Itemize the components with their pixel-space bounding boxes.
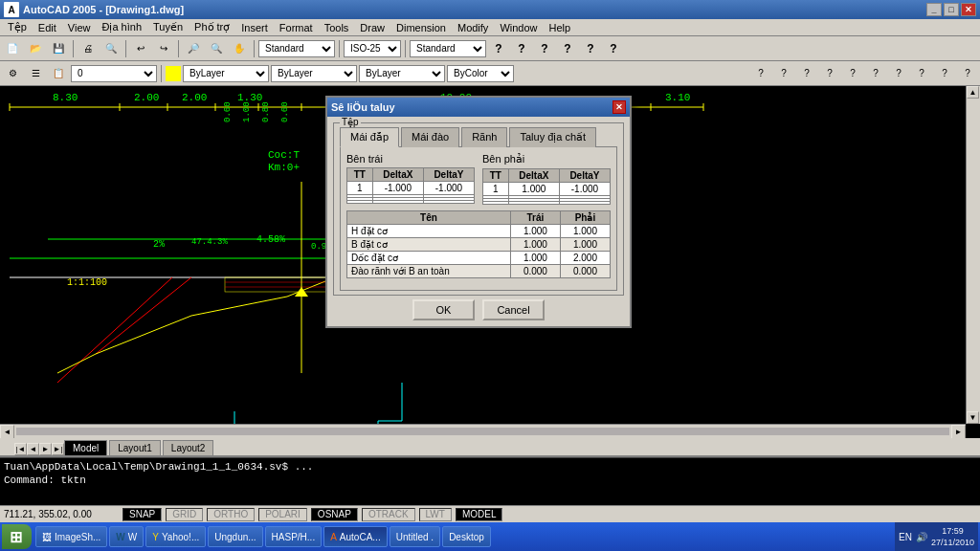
layer-prop[interactable]: ☰ [25, 63, 46, 84]
menu-window[interactable]: Window [494, 21, 543, 34]
zoom-realtime[interactable]: 🔎 [183, 38, 204, 59]
menu-tep[interactable]: Tệp [2, 20, 33, 34]
bylayer1[interactable]: ByLayer [183, 65, 269, 82]
left-cell-deltax[interactable]: -1.000 [372, 182, 423, 195]
preview-button[interactable]: 🔍 [100, 38, 122, 59]
help-q6[interactable]: ? [603, 38, 624, 59]
snap-button[interactable]: SNAP [122, 508, 162, 521]
qmark2[interactable]: ? [773, 63, 794, 84]
tab-nav-prev[interactable]: ◄ [27, 443, 39, 455]
tab-model[interactable]: Model [64, 440, 107, 455]
drawing-area[interactable]: 8.30 2.00 2.00 1.30 10.00 3.10 0.60 1.00… [0, 86, 980, 438]
menu-modify[interactable]: Modify [452, 21, 494, 34]
bottom-cell-trai-4[interactable]: 0.000 [510, 265, 560, 278]
command-line-2[interactable]: Command: tktn [4, 474, 976, 487]
scroll-down[interactable]: ▼ [967, 411, 979, 424]
taskbar-hasp[interactable]: HASP/H... [265, 526, 323, 547]
open-button[interactable]: 📂 [25, 38, 46, 59]
tab-nav-first[interactable]: |◄ [14, 443, 27, 455]
v-scrollbar[interactable]: ▲ ▼ [966, 86, 980, 424]
language-indicator[interactable]: EN [899, 532, 912, 542]
help-q3[interactable]: ? [534, 38, 555, 59]
dialog-close-button[interactable]: ✕ [612, 100, 626, 114]
bycolor[interactable]: ByColor [447, 65, 514, 82]
tab-layout2[interactable]: Layout2 [163, 440, 214, 455]
grid-button[interactable]: GRID [166, 508, 203, 521]
bylayer3[interactable]: ByLayer [359, 65, 445, 82]
start-button[interactable]: ⊞ [2, 524, 32, 549]
taskbar-yahoo[interactable]: Y Yahoo!... [145, 526, 206, 547]
polari-button[interactable]: POLARI [258, 508, 307, 521]
print-button[interactable]: 🖨 [78, 38, 99, 59]
taskbar-autocad[interactable]: A AutoCA... [323, 526, 387, 547]
right-cell-deltax[interactable]: 1.000 [508, 183, 559, 196]
zoom-prev[interactable]: 🔍 [206, 38, 227, 59]
ortho-button[interactable]: ORTHO [207, 508, 255, 521]
qmark3[interactable]: ? [796, 63, 817, 84]
maximize-button[interactable]: □ [944, 3, 959, 16]
help-question[interactable]: ? [488, 38, 509, 59]
undo-button[interactable]: ↩ [130, 38, 151, 59]
tab-mai-dap[interactable]: Mái đắp [340, 127, 399, 147]
scroll-right[interactable]: ► [951, 425, 966, 439]
bottom-cell-phai-3[interactable]: 2.000 [560, 252, 610, 265]
menu-tuyen[interactable]: Tuyến [147, 20, 189, 34]
menu-help[interactable]: Help [544, 21, 577, 34]
cancel-button[interactable]: Cancel [482, 299, 545, 320]
scroll-up[interactable]: ▲ [967, 86, 979, 99]
iso-combo[interactable]: ISO-25 [344, 40, 401, 57]
help-q2[interactable]: ? [511, 38, 532, 59]
qmark4[interactable]: ? [819, 63, 840, 84]
tab-ranh[interactable]: Rãnh [461, 127, 507, 147]
redo-button[interactable]: ↪ [153, 38, 174, 59]
bottom-cell-phai-2[interactable]: 1.000 [560, 238, 610, 252]
right-cell-deltay[interactable]: -1.000 [559, 183, 610, 196]
help-q5[interactable]: ? [580, 38, 601, 59]
menu-photro[interactable]: Phố trợ [189, 20, 235, 34]
h-scrollbar-thumb[interactable] [16, 428, 949, 435]
tab-nav-next[interactable]: ► [39, 443, 52, 455]
new-button[interactable]: 📄 [2, 38, 23, 59]
taskbar-imagesh[interactable]: 🖼 ImageSh... [35, 526, 107, 547]
tab-layout1[interactable]: Layout1 [109, 440, 161, 455]
bylayer2[interactable]: ByLayer [271, 65, 357, 82]
scroll-left[interactable]: ◄ [0, 425, 14, 439]
minimize-button[interactable]: _ [926, 3, 942, 16]
close-button[interactable]: ✕ [961, 3, 976, 16]
model-button[interactable]: MODEL [456, 508, 503, 521]
qmark10[interactable]: ? [957, 63, 978, 84]
ok-button[interactable]: OK [412, 299, 475, 320]
menu-view[interactable]: View [62, 21, 97, 34]
menu-tools[interactable]: Tools [319, 21, 355, 34]
bottom-cell-trai-3[interactable]: 1.000 [510, 252, 560, 265]
tab-nav-last[interactable]: ►| [52, 443, 64, 455]
color-icon[interactable] [166, 66, 181, 81]
taskbar-word[interactable]: W W [109, 526, 144, 547]
menu-dimension[interactable]: Dimension [390, 21, 452, 34]
bottom-cell-phai-1[interactable]: 1.000 [560, 225, 610, 238]
tab-mai-dao[interactable]: Mái đào [401, 127, 459, 147]
left-cell-tt[interactable]: 1 [347, 182, 373, 195]
menu-edit[interactable]: Edit [33, 21, 62, 34]
taskbar-ungdun[interactable]: Ungdun... [208, 526, 262, 547]
bottom-cell-trai-2[interactable]: 1.000 [510, 238, 560, 252]
qmark8[interactable]: ? [911, 63, 932, 84]
osnap-button[interactable]: OSNAP [311, 508, 358, 521]
right-cell-tt[interactable]: 1 [483, 183, 509, 196]
bottom-cell-trai-1[interactable]: 1.000 [510, 225, 560, 238]
style-combo[interactable]: Standard [258, 40, 335, 57]
h-scrollbar[interactable]: ◄ ► [0, 424, 966, 438]
layers-btn[interactable]: ⚙ [2, 63, 23, 84]
menu-diahinh[interactable]: Địa hình [96, 20, 147, 34]
save-button[interactable]: 💾 [48, 38, 69, 59]
pan[interactable]: ✋ [229, 38, 250, 59]
lwt-button[interactable]: LWT [419, 508, 452, 521]
qmark1[interactable]: ? [750, 63, 771, 84]
menu-format[interactable]: Format [274, 21, 319, 34]
qmark7[interactable]: ? [888, 63, 909, 84]
help-q4[interactable]: ? [557, 38, 578, 59]
layer-state[interactable]: 📋 [48, 63, 69, 84]
qmark6[interactable]: ? [865, 63, 886, 84]
bottom-cell-phai-4[interactable]: 0.000 [560, 265, 610, 278]
menu-insert[interactable]: Insert [235, 21, 274, 34]
